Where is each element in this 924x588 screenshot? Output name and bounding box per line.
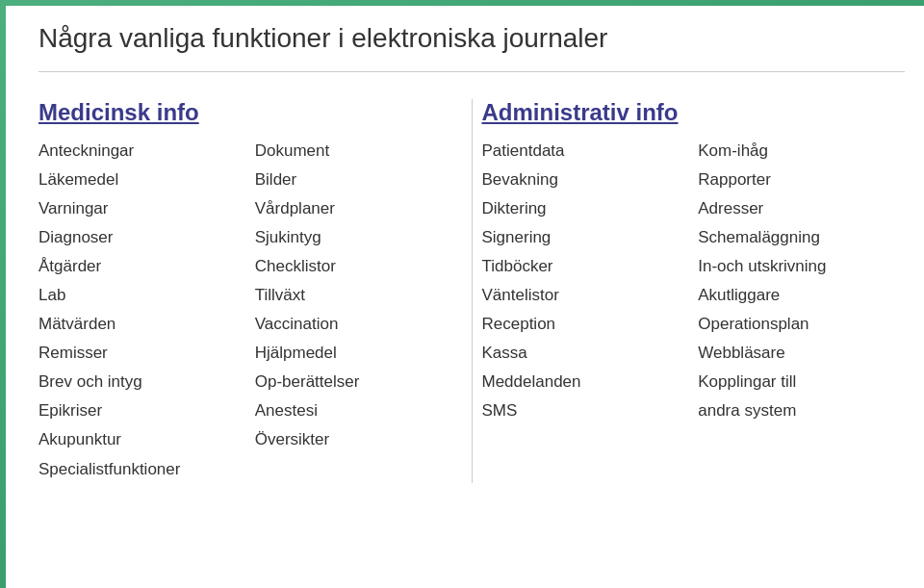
medical-item-col2 bbox=[255, 456, 462, 483]
admin-item-col1: Väntelistor bbox=[482, 282, 689, 309]
medical-items-grid: AnteckningarDokumentLäkemedelBilderVarni… bbox=[38, 138, 462, 483]
admin-item-col1: Kassa bbox=[482, 340, 689, 367]
medical-item-col2: Tillväxt bbox=[255, 282, 462, 309]
admin-item-col2: Adresser bbox=[698, 195, 905, 222]
medical-header: Medicinsk info bbox=[38, 99, 462, 126]
admin-item-col2: Rapporter bbox=[698, 166, 905, 193]
admin-item-col1: Reception bbox=[482, 311, 689, 338]
left-accent-bar bbox=[0, 6, 6, 588]
medical-item-col2: Översikter bbox=[255, 426, 462, 453]
admin-item-col1: Diktering bbox=[482, 195, 689, 222]
page-title: Några vanliga funktioner i elektroniska … bbox=[38, 23, 905, 54]
admin-item-col2: In-och utskrivning bbox=[698, 253, 905, 280]
medical-item-col1: Anteckningar bbox=[38, 138, 245, 165]
medical-item-col1: Akupunktur bbox=[38, 426, 245, 453]
admin-item-col2: Operationsplan bbox=[698, 311, 905, 338]
admin-item-col2: Schemaläggning bbox=[698, 224, 905, 251]
admin-item-col1: Meddelanden bbox=[482, 369, 689, 396]
main-content-area: Några vanliga funktioner i elektroniska … bbox=[19, 6, 924, 588]
admin-item-col2: andra system bbox=[698, 397, 905, 424]
medical-item-col1: Lab bbox=[38, 282, 245, 309]
admin-item-col2: Kom-ihåg bbox=[698, 138, 905, 165]
medical-item-col2: Checklistor bbox=[255, 253, 462, 280]
medical-item-col1: Epikriser bbox=[38, 397, 245, 424]
admin-items-grid: PatientdataKom-ihågBevakningRapporterDik… bbox=[482, 138, 906, 424]
medical-item-col1: Åtgärder bbox=[38, 253, 245, 280]
medical-info-group: Medicinsk info AnteckningarDokumentLäkem… bbox=[38, 99, 462, 483]
admin-item-col1: SMS bbox=[482, 397, 689, 424]
medical-item-col2: Hjälpmedel bbox=[255, 340, 462, 367]
medical-item-col1: Specialistfunktioner bbox=[38, 456, 245, 483]
medical-item-col2: Vårdplaner bbox=[255, 195, 462, 222]
medical-item-col2: Op-berättelser bbox=[255, 369, 462, 396]
admin-header: Administrativ info bbox=[482, 99, 906, 126]
page-container: Några vanliga funktioner i elektroniska … bbox=[0, 0, 924, 588]
medical-item-col2: Bilder bbox=[255, 166, 462, 193]
column-divider bbox=[472, 99, 473, 483]
admin-item-col1: Bevakning bbox=[482, 166, 689, 193]
title-section: Några vanliga funktioner i elektroniska … bbox=[38, 6, 905, 72]
admin-item-col1: Patientdata bbox=[482, 138, 689, 165]
admin-item-col2: Webbläsare bbox=[698, 340, 905, 367]
admin-item-col1: Tidböcker bbox=[482, 253, 689, 280]
medical-item-col1: Läkemedel bbox=[38, 166, 245, 193]
admin-item-col1: Signering bbox=[482, 224, 689, 251]
medical-item-col2: Vaccination bbox=[255, 311, 462, 338]
medical-item-col2: Anestesi bbox=[255, 397, 462, 424]
two-column-layout: Medicinsk info AnteckningarDokumentLäkem… bbox=[38, 72, 905, 483]
admin-info-group: Administrativ info PatientdataKom-ihågBe… bbox=[482, 99, 906, 483]
medical-item-col1: Diagnoser bbox=[38, 224, 245, 251]
admin-item-col2: Kopplingar till bbox=[698, 369, 905, 396]
medical-item-col1: Remisser bbox=[38, 340, 245, 367]
medical-item-col2: Sjukintyg bbox=[255, 224, 462, 251]
medical-item-col2: Dokument bbox=[255, 138, 462, 165]
medical-item-col1: Brev och intyg bbox=[38, 369, 245, 396]
medical-item-col1: Varningar bbox=[38, 195, 245, 222]
admin-item-col2: Akutliggare bbox=[698, 282, 905, 309]
medical-item-col1: Mätvärden bbox=[38, 311, 245, 338]
